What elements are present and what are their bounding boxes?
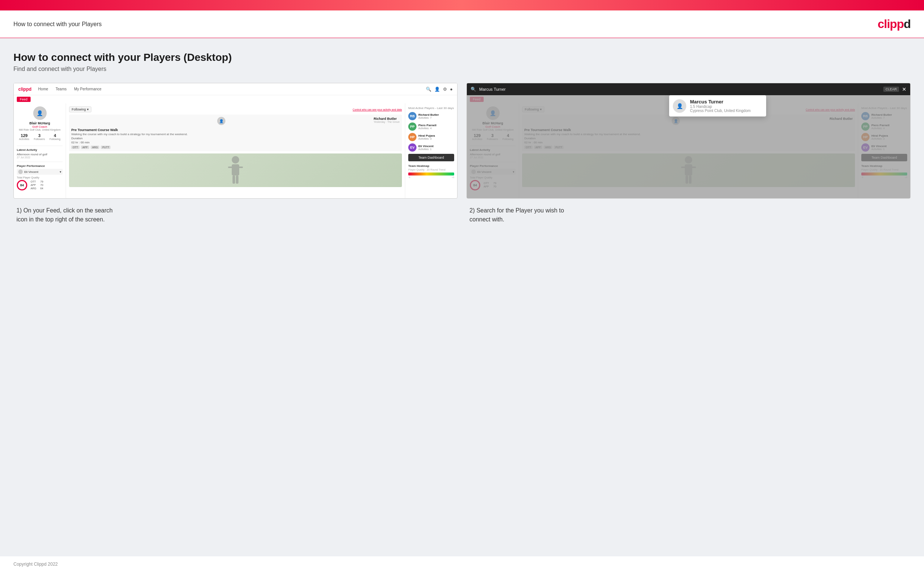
player-select-1[interactable]: Eli Vincent ▾ xyxy=(17,169,63,175)
heatmap-title-1: Team Heatmap xyxy=(408,164,454,168)
player-name-rb-1: Richard Butler xyxy=(418,113,439,117)
nav-teams-1[interactable]: Teams xyxy=(54,86,68,92)
search-bar-2[interactable]: 🔍 Marcus Turner CLEAR ✕ xyxy=(467,83,910,95)
control-link-1[interactable]: Control who can see your activity and da… xyxy=(353,108,402,111)
screenshot-col-2: clippd Home Teams My Performance 🔍 👤 ⚙ ● xyxy=(466,83,911,227)
player-item-pp-1: PP Piers Parnell Activities: 4 xyxy=(408,122,454,131)
nav-home-1[interactable]: Home xyxy=(37,86,50,92)
player-acts-rb-1: Activities: 7 xyxy=(418,117,439,119)
stat-followers-1: 3 Followers xyxy=(34,133,45,140)
svg-point-0 xyxy=(232,156,239,164)
search-icon-overlay-2: 🔍 xyxy=(471,87,476,92)
heatmap-section-1: Team Heatmap Player Quality · 20 Round T… xyxy=(408,164,454,179)
settings-icon-1[interactable]: ⚙ xyxy=(443,87,447,92)
middle-panel-1: Following ▾ Control who can see your act… xyxy=(66,104,405,199)
right-panel-1: Most Active Players - Last 30 days RB Ri… xyxy=(405,104,457,199)
activity-card-title-1: Pre Tournament Course Walk xyxy=(71,128,400,132)
golfer-image-1 xyxy=(69,153,402,187)
player-select-name-1: Eli Vincent xyxy=(24,170,39,174)
profile-area-1: 👤 Blair McHarg Golf Coach Mill Ride Golf… xyxy=(17,106,63,146)
feed-tab-1[interactable]: Feed xyxy=(14,95,457,104)
following-chevron-1: ▾ xyxy=(87,107,89,111)
logo: clippd xyxy=(878,17,911,31)
main-content: How to connect with your Players (Deskto… xyxy=(0,38,924,556)
bars-area-1: OTT 79 APP 70 xyxy=(31,180,45,190)
nav-items-1: Home Teams My Performance xyxy=(37,86,103,92)
svg-rect-3 xyxy=(238,167,243,168)
golfer-svg-1 xyxy=(224,155,247,185)
following-row-1: Following ▾ Control who can see your act… xyxy=(69,106,402,112)
page-title: How to connect with your Players xyxy=(13,21,102,28)
activity-duration-1: Duration xyxy=(71,136,400,140)
search-input-2[interactable]: Marcus Turner xyxy=(479,87,880,91)
tag-app-1: APP xyxy=(81,146,89,149)
player-acts-hp-1: Activities: 3 xyxy=(418,137,435,140)
player-select-chevron-1: ▾ xyxy=(60,170,61,174)
step-1-text: 1) On your Feed, click on the searchicon… xyxy=(16,207,113,222)
profile-icon-1[interactable]: 👤 xyxy=(434,87,440,92)
player-avatar-hp-1: HP xyxy=(408,133,416,141)
footer: Copyright Clippd 2022 xyxy=(0,556,924,572)
player-name-hp-1: Hiral Pujara xyxy=(418,134,435,137)
player-name-ev-1: Eli Vincent xyxy=(418,144,434,148)
activity-card-1: 👤 Richard Butler Yesterday · The Grove P… xyxy=(69,115,402,151)
duration-label-1: Duration xyxy=(71,136,83,140)
tpq-score-area-1: 84 OTT 79 APP xyxy=(17,180,63,190)
page-heading: How to connect with your Players (Deskto… xyxy=(13,52,911,72)
activity-user-avatar-1: 👤 xyxy=(217,117,225,125)
screenshot-col-1: clippd Home Teams My Performance 🔍 👤 ⚙ ● xyxy=(13,83,458,227)
search-result-avatar-2: 👤 xyxy=(673,99,686,113)
stat-following-num-1: 4 xyxy=(49,133,60,138)
profile-club-1: Mill Ride Golf Club, United Kingdom xyxy=(17,128,63,131)
tag-arg-1: ARG xyxy=(91,146,99,149)
screenshots-row: clippd Home Teams My Performance 🔍 👤 ⚙ ● xyxy=(13,83,911,227)
mockup-2: clippd Home Teams My Performance 🔍 👤 ⚙ ● xyxy=(466,83,911,199)
tag-ott-1: OTT xyxy=(71,146,79,149)
search-result-item-2[interactable]: 👤 Marcus Turner 1.5 Handicap Cypress Poi… xyxy=(673,99,762,113)
feed-tab-label-1: Feed xyxy=(17,97,31,102)
latest-activity-1: Latest Activity Afternoon round of golf … xyxy=(17,148,63,159)
player-perf-section-1: Player Performance Eli Vincent ▾ Total P… xyxy=(17,162,63,190)
app-logo-1: clippd xyxy=(18,87,31,92)
player-item-ev-1: EV Eli Vincent Activities: 1 xyxy=(408,143,454,152)
search-dropdown-2[interactable]: 👤 Marcus Turner 1.5 Handicap Cypress Poi… xyxy=(669,95,766,117)
activity-text-1: Afternoon round of golf xyxy=(17,153,63,156)
heatmap-sub-1: Player Quality · 20 Round Trend xyxy=(408,169,454,171)
avatar-icon-1[interactable]: ● xyxy=(450,87,453,92)
top-bar xyxy=(0,0,924,10)
team-dashboard-btn-1[interactable]: Team Dashboard xyxy=(408,154,454,161)
bar-ott-1: OTT 79 xyxy=(31,180,45,183)
clear-btn-2[interactable]: CLEAR xyxy=(884,87,899,92)
stat-activities-num-1: 129 xyxy=(19,133,29,138)
heatmap-labels-1: -5 +5 xyxy=(408,176,454,179)
search-result-club-2: Cypress Point Club, United Kingdom xyxy=(690,109,751,113)
player-item-rb-1: RB Richard Butler Activities: 7 xyxy=(408,112,454,120)
following-btn-1[interactable]: Following ▾ xyxy=(69,106,91,112)
activity-date-1: 27 Jul 2022 xyxy=(17,156,63,159)
nav-myperformance-1[interactable]: My Performance xyxy=(73,86,103,92)
search-result-handicap-2: 1.5 Handicap xyxy=(690,104,751,109)
heatmap-bar-1 xyxy=(408,172,454,175)
step-2-desc: 2) Search for the Player you wish toconn… xyxy=(466,199,911,227)
step-2-text: 2) Search for the Player you wish toconn… xyxy=(469,207,564,222)
activity-tags-1: OTT APP ARG PUTT xyxy=(71,146,400,149)
left-panel-1: 👤 Blair McHarg Golf Coach Mill Ride Golf… xyxy=(14,104,66,199)
header: How to connect with your Players clippd xyxy=(0,10,924,38)
most-active-title-1: Most Active Players - Last 30 days xyxy=(408,106,454,110)
close-btn-2[interactable]: ✕ xyxy=(902,86,906,92)
player-acts-ev-1: Activities: 1 xyxy=(418,148,434,151)
bar-app-1: APP 70 xyxy=(31,184,45,186)
main-heading: How to connect with your Players (Deskto… xyxy=(13,52,911,63)
player-name-pp-1: Piers Parnell xyxy=(418,123,436,127)
tag-putt-1: PUTT xyxy=(101,146,110,149)
activity-card-desc-1: Walking the course with my coach to buil… xyxy=(71,133,400,136)
avatar-1: 👤 xyxy=(33,106,47,120)
player-perf-label-1: Player Performance xyxy=(17,164,63,168)
search-icon-1[interactable]: 🔍 xyxy=(426,87,431,92)
app-nav-1: clippd Home Teams My Performance 🔍 👤 ⚙ ● xyxy=(14,83,457,95)
latest-activity-label-1: Latest Activity xyxy=(17,148,63,152)
activity-card-user-1: Richard Butler xyxy=(374,117,400,120)
footer-text: Copyright Clippd 2022 xyxy=(13,562,58,567)
stat-followers-num-1: 3 xyxy=(34,133,45,138)
player-select-avatar-1 xyxy=(18,169,23,174)
